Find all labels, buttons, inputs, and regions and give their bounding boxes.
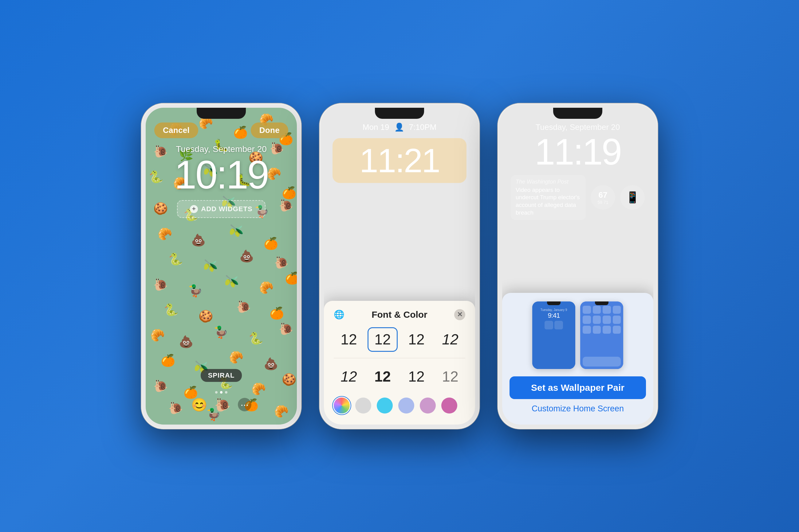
phone-3-ui: Tuesday, September 20 11:19 The Washingt…: [502, 108, 653, 424]
notch-2: [375, 108, 424, 119]
modal-title: Font & Color: [371, 309, 428, 320]
globe-icon[interactable]: 🌐: [334, 309, 345, 320]
font-label-8: 12: [442, 368, 458, 385]
weather-temp: 67: [599, 190, 607, 200]
customize-home-screen-link[interactable]: Customize Home Screen: [509, 404, 646, 414]
status-time: 7:10PM: [409, 122, 437, 132]
font-option-8[interactable]: 12: [435, 364, 465, 389]
font-label-6: 12: [374, 368, 391, 385]
mini-app-1: [583, 306, 591, 314]
snail-icon: 🐌: [215, 397, 231, 412]
font-label-4: 12: [442, 331, 458, 348]
phone-1-bottom: SPIRAL 😊 🐌 ···: [146, 369, 297, 424]
color-swatch-blue[interactable]: [334, 398, 350, 414]
add-widgets-area[interactable]: + ADD WIDGETS: [146, 200, 297, 218]
dock-row: 😊 🐌 ···: [191, 397, 251, 412]
font-option-1[interactable]: 12: [334, 327, 364, 352]
mini-app-6: [593, 316, 601, 324]
status-person-icon: 👤: [394, 122, 404, 132]
mini-homescreen-preview: [580, 302, 623, 369]
color-swatch-cyan[interactable]: [377, 398, 393, 414]
plus-icon: +: [190, 205, 198, 213]
mini-notch-1: [547, 302, 561, 305]
phone-3-time: 11:19: [502, 133, 653, 170]
mini-date-label: Tuesday, January 9: [541, 308, 567, 311]
page-dots: [215, 391, 228, 394]
phone-1-screen: 🥐 🥐 🍊 🥐 🍊 🐌 🌿 🐛 🍪 🐌 🐍 🥐 🫒 🐛 🥐 🍊 🍪 🐍 🫒 🦆 …: [146, 108, 297, 424]
phone-icon: 📱: [626, 191, 639, 204]
mini-app-3: [603, 306, 611, 314]
phone-1-ui-layer: Cancel Done Tuesday, September 20 10:19 …: [146, 108, 297, 424]
mini-lockscreen-preview: Tuesday, January 9 9:41: [532, 302, 575, 369]
mini-app-9: [583, 326, 591, 334]
phone-2-ui: Mon 19 👤 7:10PM 11:21 🌐 Font & Color ✕ 1…: [324, 108, 475, 424]
spiral-label: SPIRAL: [201, 369, 242, 382]
mini-app-4: [613, 306, 621, 314]
font-label-5: 12: [341, 368, 357, 385]
font-color-modal: 🌐 Font & Color ✕ 12 12 12 12: [324, 301, 475, 424]
more-icon: ···: [238, 398, 251, 411]
wallpaper-preview-pair: Tuesday, January 9 9:41: [509, 302, 646, 369]
font-label-3: 12: [408, 331, 424, 348]
font-option-3[interactable]: 12: [401, 327, 432, 352]
phone-1-time: 10:19: [146, 155, 297, 195]
phone-2-screen: Mon 19 👤 7:10PM 11:21 🌐 Font & Color ✕ 1…: [324, 108, 475, 424]
add-widgets-label: ADD WIDGETS: [201, 205, 252, 213]
phone-1: 🥐 🥐 🍊 🥐 🍊 🐌 🌿 🐛 🍪 🐌 🐍 🥐 🫒 🐛 🥐 🍊 🍪 🐍 🫒 🦆 …: [141, 103, 301, 429]
font-style-grid: 12 12 12 12: [334, 327, 465, 352]
cancel-button[interactable]: Cancel: [154, 122, 198, 138]
mini-app-grid: [583, 306, 621, 334]
mini-notch-2: [595, 302, 609, 305]
color-swatch-lavender[interactable]: [398, 398, 414, 414]
set-wallpaper-button[interactable]: Set as Wallpaper Pair: [509, 376, 646, 399]
color-swatch-row: [334, 398, 465, 414]
news-widget: The Washington Post Video appears to und…: [511, 175, 586, 221]
modal-header: 🌐 Font & Color ✕: [334, 309, 465, 320]
emoji-icon: 😊: [191, 397, 207, 412]
phone-3-widgets: The Washington Post Video appears to und…: [502, 170, 653, 221]
font-option-5[interactable]: 12: [334, 364, 364, 389]
color-swatch-purple[interactable]: [420, 398, 436, 414]
mini-homescreen-content: [580, 302, 623, 369]
page-dot-3: [225, 391, 228, 394]
phone-app-widget: 📱: [620, 185, 645, 210]
modal-close-button[interactable]: ✕: [454, 309, 465, 320]
phone-2-time-box: 11:21: [332, 138, 467, 183]
news-source: The Washington Post: [516, 179, 581, 185]
phone-3-screen: Tuesday, September 20 11:19 The Washingt…: [502, 108, 653, 424]
font-style-grid-row2: 12 12 12 12: [334, 364, 465, 389]
mini-time: 9:41: [548, 311, 560, 320]
color-swatch-white[interactable]: [355, 398, 371, 414]
weather-range: 58 71: [597, 200, 608, 205]
mini-widgets-row: [545, 321, 563, 329]
notch-3: [553, 108, 602, 119]
font-option-7[interactable]: 12: [401, 364, 432, 389]
status-date: Mon 19: [363, 122, 389, 132]
font-option-4[interactable]: 12: [435, 327, 465, 352]
add-widgets-button[interactable]: + ADD WIDGETS: [177, 200, 265, 218]
mini-app-12: [613, 326, 621, 334]
mini-widget-1: [545, 321, 553, 329]
mini-app-5: [583, 316, 591, 324]
phone-2-time: 11:21: [341, 144, 458, 177]
mini-app-11: [603, 326, 611, 334]
page-dot-2: [220, 391, 222, 394]
done-button[interactable]: Done: [251, 122, 288, 138]
font-label-2: 12: [374, 331, 391, 348]
mini-app-8: [613, 316, 621, 324]
wallpaper-pair-modal: Tuesday, January 9 9:41: [502, 293, 653, 424]
mini-dock: [583, 357, 621, 366]
mini-widget-2: [555, 321, 563, 329]
mini-app-2: [593, 306, 601, 314]
font-label-1: 12: [341, 331, 357, 348]
font-divider: [334, 358, 465, 358]
font-option-2[interactable]: 12: [367, 327, 398, 352]
color-swatch-pink[interactable]: [441, 398, 457, 414]
mini-app-7: [603, 316, 611, 324]
page-dot-1: [215, 391, 218, 394]
font-option-6[interactable]: 12: [367, 364, 398, 389]
notch-1: [197, 108, 246, 119]
mini-lockscreen-content: Tuesday, January 9 9:41: [532, 302, 575, 369]
mini-app-10: [593, 326, 601, 334]
phone-2: Mon 19 👤 7:10PM 11:21 🌐 Font & Color ✕ 1…: [320, 103, 479, 429]
